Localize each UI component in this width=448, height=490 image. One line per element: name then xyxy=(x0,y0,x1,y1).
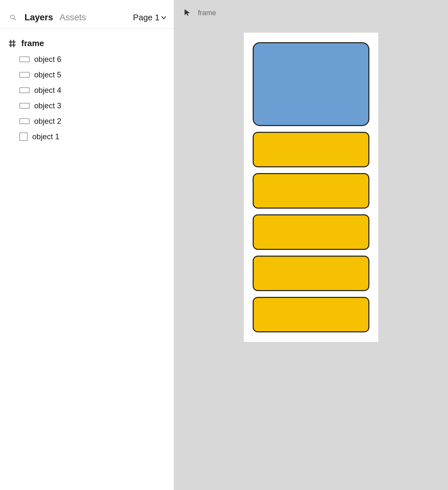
layer-frame[interactable]: frame xyxy=(0,35,174,52)
object3-label: object 3 xyxy=(34,101,61,110)
layer-object3[interactable]: object 3 xyxy=(0,98,174,113)
rect-square-icon-1 xyxy=(19,132,28,141)
search-icon[interactable] xyxy=(8,12,18,23)
canvas-object-yellow-1 xyxy=(253,297,369,332)
left-panel: Layers Assets Page 1 xyxy=(0,0,174,490)
layer-object6[interactable]: object 6 xyxy=(0,52,174,67)
canvas-header: frame xyxy=(174,0,448,26)
app-container: Layers Assets Page 1 xyxy=(0,0,448,490)
canvas-area xyxy=(174,26,448,490)
page-selector[interactable]: Page 1 xyxy=(133,13,166,23)
canvas-frame-label: frame xyxy=(198,9,216,17)
object6-label: object 6 xyxy=(34,55,61,64)
page-label: Page 1 xyxy=(133,13,160,23)
rect-wide-icon-5 xyxy=(19,72,30,78)
object1-label: object 1 xyxy=(32,132,59,141)
cursor-icon xyxy=(182,7,193,19)
layer-object4[interactable]: object 4 xyxy=(0,83,174,98)
canvas-object-yellow-4 xyxy=(253,173,369,209)
frame-canvas xyxy=(243,32,379,342)
layer-object2[interactable]: object 2 xyxy=(0,113,174,129)
tab-layers[interactable]: Layers xyxy=(24,12,53,23)
object2-label: object 2 xyxy=(34,117,61,126)
layer-object1[interactable]: object 1 xyxy=(0,129,174,144)
frame-hash-icon xyxy=(8,39,17,48)
rect-wide-icon-4 xyxy=(19,87,30,93)
object4-label: object 4 xyxy=(34,86,61,95)
tab-assets[interactable]: Assets xyxy=(60,12,86,23)
canvas-object-yellow-5 xyxy=(253,132,369,167)
frame-layer-label: frame xyxy=(21,38,44,48)
rect-wide-icon-6 xyxy=(19,56,30,62)
rect-wide-icon-2 xyxy=(19,118,30,124)
rect-wide-icon-3 xyxy=(19,103,30,109)
object5-label: object 5 xyxy=(34,70,61,79)
right-panel: frame xyxy=(174,0,448,490)
layers-content: frame object 6 object 5 xyxy=(0,29,174,490)
canvas-object-blue xyxy=(253,42,369,126)
canvas-object-yellow-2 xyxy=(253,256,369,291)
panel-header: Layers Assets Page 1 xyxy=(0,0,174,28)
layer-object5[interactable]: object 5 xyxy=(0,67,174,83)
canvas-object-yellow-3 xyxy=(253,214,369,250)
svg-line-1 xyxy=(14,18,15,20)
